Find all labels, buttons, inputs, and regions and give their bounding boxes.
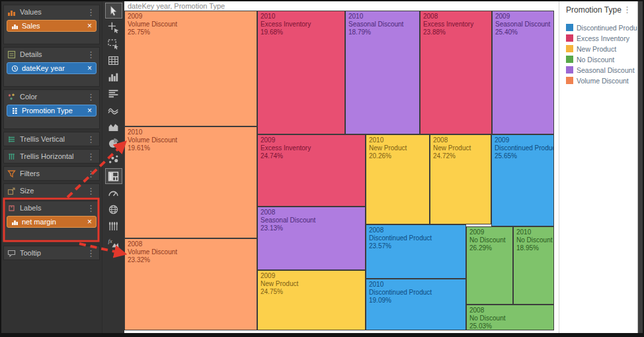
tool-treemap[interactable] [106,169,122,183]
panel-size: Size⋮ [3,183,100,198]
legend-item-seasonal-discount[interactable]: Seasonal Discount [566,65,632,75]
tile-type: Seasonal Discount [261,217,362,224]
treemap-tile[interactable]: 2009New Product24.75% [257,270,366,330]
panel-header[interactable]: Trellis Horizontal⋮ [4,150,99,163]
kebab-menu-icon[interactable]: ⋮ [86,135,96,144]
legend-item-new-product[interactable]: New Product [566,44,632,54]
tile-type: No Discount [469,236,510,244]
kebab-menu-icon[interactable]: ⋮ [86,204,96,213]
pie-chart-icon [108,138,119,149]
tile-year: 2010 [369,281,463,289]
tile-year: 2008 [128,240,254,248]
treemap-tile[interactable]: 2008New Product24.72% [430,134,491,224]
treemap-tile[interactable]: 2009No Discount26.29% [466,226,513,305]
chip-label: net margin [22,218,56,226]
remove-field-icon[interactable]: × [87,218,92,226]
field-chip-promotion-type[interactable]: Promotion Type× [7,105,97,117]
treemap-tile[interactable]: 2010Seasonal Discount18.79% [345,11,420,134]
panel-header[interactable]: Values⋮ [4,5,99,19]
treemap-tile[interactable]: 2010Volume Discount19.61% [124,126,257,238]
kebab-menu-icon[interactable]: ⋮ [86,93,96,101]
panel-header[interactable]: Labels⋮ [4,201,99,215]
tool-crosshair-pointer[interactable] [106,20,122,34]
tile-value: 19.09% [369,297,463,305]
panel-header[interactable]: Filters⋮ [4,167,99,180]
treemap-tile[interactable]: 2008Seasonal Discount23.13% [257,207,366,270]
panel-header[interactable]: Details⋮ [4,48,99,61]
treemap-tile[interactable]: 2009Excess Inventory24.74% [257,134,366,207]
remove-field-icon[interactable]: × [87,64,92,72]
tile-year: 2010 [128,128,254,136]
tile-value: 18.79% [348,28,417,36]
tool-gauge[interactable] [106,185,122,200]
kebab-menu-icon[interactable]: ⋮ [86,152,96,161]
area-chart-icon [108,121,119,132]
treemap-icon [108,171,119,182]
treemap-tile[interactable]: 2010Excess Inventory19.68% [257,11,345,134]
chip-list: Sales× [4,19,99,32]
tile-value: 25.65% [495,152,551,160]
remove-field-icon[interactable]: × [87,22,92,30]
field-chip-datekey-year[interactable]: dateKey year× [7,62,97,74]
treemap-tile[interactable]: 2008Discontinued Product23.57% [366,224,466,279]
kebab-menu-icon[interactable]: ⋮ [622,5,632,14]
treemap-tile[interactable]: 2010New Product20.26% [366,134,430,224]
chip-label: dateKey year [22,64,65,72]
panel-labels: Labels⋮net margin× [3,201,100,240]
tool-row-list[interactable] [106,86,122,101]
tool-pointer[interactable] [106,3,122,18]
remove-field-icon[interactable]: × [87,107,92,115]
panel-header[interactable]: Tooltip⋮ [4,246,99,260]
tile-year: 2009 [469,228,510,236]
tile-year: 2009 [128,13,254,21]
kebab-menu-icon[interactable]: ⋮ [86,187,96,195]
legend-item-label: No Discount [577,56,614,64]
treemap-tile[interactable]: 2010Discontinued Product19.09% [366,279,466,330]
legend-item-no-discount[interactable]: No Discount [566,54,632,64]
tool-bar-chart[interactable] [106,70,122,84]
tool-lasso-select[interactable] [106,36,122,51]
treemap-tile[interactable]: 2008Volume Discount23.32% [124,238,257,330]
panel-header[interactable]: Trellis Vertical⋮ [4,132,99,146]
panel-label: Trellis Horizontal [20,152,82,160]
tool-fx-chart[interactable]: fx [106,235,122,250]
tool-area-chart[interactable] [106,119,122,134]
tile-type: Discontinued Product [369,289,463,297]
treemap-tile[interactable]: 2010No Discount18.95% [513,226,554,305]
kebab-menu-icon[interactable]: ⋮ [86,8,96,17]
field-chip-net-margin[interactable]: net margin× [7,216,97,228]
tile-value: 23.88% [423,28,489,36]
chip-list: dateKey year× [4,61,99,74]
legend-item-excess-inventory[interactable]: Excess Inventory [566,33,632,43]
treemap: 2009Volume Discount25.75%2010Excess Inve… [124,11,554,330]
treemap-tile[interactable]: 2009Volume Discount25.75% [124,11,257,126]
treemap-tile[interactable]: 2009Seasonal Discount25.40% [492,11,554,134]
tool-globe[interactable] [106,202,122,217]
tool-line-chart[interactable] [106,103,122,117]
legend-item-volume-discount[interactable]: Volume Discount [566,75,632,85]
tool-scatter-plot[interactable] [106,152,122,167]
panel-label: Size [20,187,82,195]
tooltip-bubble-icon [7,249,16,258]
chip-label: Promotion Type [22,107,73,115]
legend-item-label: Seasonal Discount [577,66,635,74]
tool-abacus[interactable] [106,218,122,233]
legend-item-label: New Product [577,45,616,53]
legend-swatch [566,77,573,84]
chip-list: Promotion Type× [4,103,99,117]
legend-item-discontinued-product[interactable]: Discontinued Product [566,23,632,32]
kebab-menu-icon[interactable]: ⋮ [86,249,96,258]
treemap-tile[interactable]: 2008No Discount25.03% [466,305,554,330]
tool-pie-chart[interactable] [106,136,122,150]
size-icon [7,187,16,195]
panel-header[interactable]: Color⋮ [4,90,99,103]
field-chip-sales[interactable]: Sales× [7,20,97,32]
kebab-menu-icon[interactable]: ⋮ [86,169,96,178]
treemap-tile[interactable]: 2008Excess Inventory23.88% [420,11,492,134]
kebab-menu-icon[interactable]: ⋮ [86,50,96,59]
panel-header[interactable]: Size⋮ [4,184,99,197]
tool-data-grid[interactable] [106,53,122,68]
treemap-tile[interactable]: 2009Discontinued Product25.65% [491,134,554,226]
tile-year: 2010 [369,136,426,144]
panel-label: Labels [20,204,82,212]
